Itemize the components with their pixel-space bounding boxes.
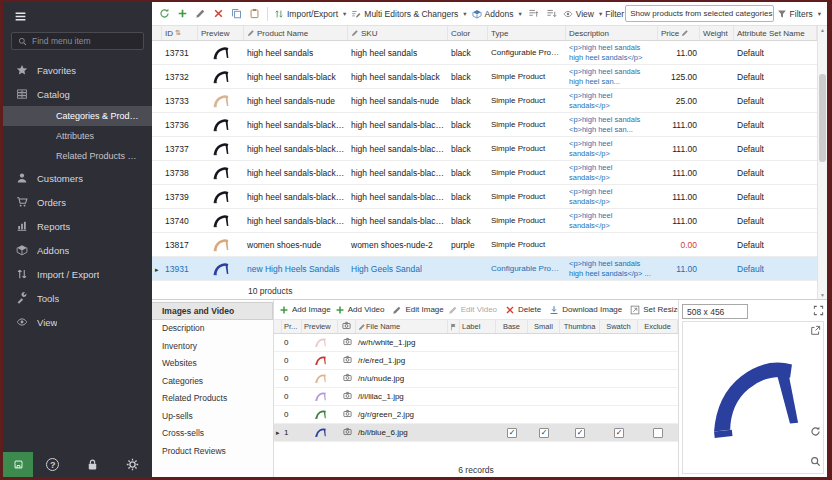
detail-tab-images-and-video[interactable]: Images and Video (152, 302, 273, 320)
import-export-menu[interactable]: Import/Export▾ (272, 5, 348, 23)
sidebar-item-categories-products[interactable]: Categories & Products (3, 106, 152, 126)
product-row[interactable]: ▸ 13736 high heel sandals-black-36 high … (152, 113, 817, 137)
column-header-id[interactable]: ID⇅ (162, 26, 198, 40)
refresh-icon[interactable] (156, 5, 173, 23)
product-row[interactable]: ▸ 13731 high heel sandals high heel sand… (152, 41, 817, 65)
edit-image-button[interactable]: Edit Image (392, 305, 443, 315)
detail-tab-inventory[interactable]: Inventory (152, 337, 273, 355)
column-header-exclude[interactable]: Exclude (638, 320, 678, 333)
edit-video-button[interactable]: Edit Video (448, 305, 497, 315)
detail-tab-cross-sells[interactable]: Cross-sells (152, 425, 273, 443)
scroll-down-icon[interactable]: ▼ (820, 292, 825, 298)
product-row[interactable]: ▸ 13733 high heel sandals-nude high heel… (152, 89, 817, 113)
add-image-button[interactable]: Add Image (279, 305, 331, 315)
column-header-base[interactable]: Base (496, 320, 528, 333)
column-header-small[interactable]: Small (528, 320, 560, 333)
sidebar-item-addons[interactable]: Addons (3, 238, 152, 262)
vertical-scrollbar[interactable]: ▲ ▼ (817, 26, 827, 299)
detail-tab-categories[interactable]: Categories (152, 372, 273, 390)
column-header-swatch[interactable]: Swatch (600, 320, 638, 333)
open-external-icon[interactable] (810, 325, 821, 338)
column-header-type[interactable]: Type (488, 26, 566, 40)
media-row[interactable]: ▸ 0 /n/u/nude.jpg (274, 370, 678, 388)
image-size-input[interactable]: 508 x 456 (682, 304, 748, 319)
column-header-sku[interactable]: SKU (348, 26, 448, 40)
sidebar-item-customers[interactable]: Customers (3, 166, 152, 190)
multi-editors-menu[interactable]: Multi Editors & Changers▾ (349, 5, 468, 23)
edit-product-icon[interactable] (192, 5, 209, 23)
cell-preview (198, 92, 244, 110)
menu-search-input[interactable]: Find menu item (11, 32, 144, 50)
delete-product-icon[interactable] (210, 5, 227, 23)
sidebar-item-attributes[interactable]: Attributes (3, 126, 152, 146)
product-row[interactable]: ▸ 13737 high heel sandals-black-36 high … (152, 137, 817, 161)
sidebar-item-tools[interactable]: Tools (3, 286, 152, 310)
media-row[interactable]: ▸ 0 /g/r/green_2.jpg (274, 406, 678, 424)
media-row[interactable]: ▸ 0 /r/e/red_1.jpg (274, 352, 678, 370)
sidebar-item-view[interactable]: View (3, 310, 152, 334)
product-row[interactable]: ▸ 13817 women shoes-nude women shoes-nud… (152, 233, 817, 257)
addons-menu[interactable]: Addons▾ (470, 5, 524, 23)
column-header-file-name[interactable]: File Name (356, 320, 448, 333)
sidebar-item-favorites[interactable]: Favorites (3, 58, 152, 82)
thumbnail-checkbox-cell[interactable]: ✓ (560, 428, 600, 438)
copy-icon[interactable] (228, 5, 245, 23)
detail-tab-description[interactable]: Description (152, 320, 273, 338)
add-video-button[interactable]: Add Video (335, 305, 385, 315)
expand-rows-icon[interactable] (525, 5, 542, 23)
column-header-preview[interactable]: Preview (198, 26, 244, 40)
zoom-icon[interactable] (810, 456, 821, 469)
detail-tab-up-sells[interactable]: Up-sells (152, 407, 273, 425)
rotate-icon[interactable] (810, 426, 821, 439)
download-image-button[interactable]: Download Image (549, 305, 622, 315)
column-header-flag[interactable] (448, 320, 460, 333)
scroll-up-icon[interactable]: ▲ (820, 27, 825, 33)
filter-select[interactable]: Show products from selected categories ▾ (625, 5, 773, 22)
product-row[interactable]: ▸ 13732 high heel sandals-black high hee… (152, 65, 817, 89)
media-row[interactable]: ▸ 0 /l/i/lilac_1.jpg (274, 388, 678, 406)
base-checkbox-cell[interactable]: ✓ (496, 428, 528, 438)
scrollbar-thumb[interactable] (819, 74, 826, 162)
column-header-thumbnail[interactable]: Thumbna (560, 320, 600, 333)
view-menu[interactable]: View▾ (561, 5, 605, 23)
swatch-checkbox-cell[interactable]: ✓ (600, 428, 638, 438)
column-header-camera[interactable] (338, 320, 356, 333)
menu-toggle-icon[interactable] (14, 10, 27, 23)
column-header-color[interactable]: Color (448, 26, 488, 40)
store-button[interactable] (3, 452, 33, 477)
column-header-price[interactable]: Price (658, 26, 700, 40)
fullscreen-icon[interactable] (813, 305, 824, 318)
column-header-attribute-set[interactable]: Attribute Set Name (734, 26, 817, 40)
product-row[interactable]: ▸ 13739 high heel sandals-black-37 high … (152, 185, 817, 209)
paste-icon[interactable] (246, 5, 263, 23)
filters-menu[interactable]: Filters▾ (775, 5, 823, 23)
help-button[interactable]: ? (46, 458, 60, 472)
column-header-description[interactable]: Description (566, 26, 658, 40)
product-row[interactable]: ▸ 13931 new High Heels Sandals High Geel… (152, 257, 817, 281)
sidebar-item-related-products-generator[interactable]: Related Products Generator (3, 146, 152, 166)
exclude-checkbox-cell[interactable] (638, 428, 678, 438)
lock-icon[interactable] (85, 458, 99, 472)
product-row[interactable]: ▸ 13738 high heel sandals-black-37 high … (152, 161, 817, 185)
detail-tab-product-reviews[interactable]: Product Reviews (152, 442, 273, 460)
column-header-priority[interactable]: Pr... (282, 320, 302, 333)
sidebar-item-orders[interactable]: Orders (3, 190, 152, 214)
product-row[interactable]: ▸ 13740 high heel sandals-black-38 high … (152, 209, 817, 233)
delete-image-button[interactable]: Delete (505, 305, 541, 315)
column-header-weight[interactable]: Weight (700, 26, 734, 40)
column-header-product-name[interactable]: Product Name (244, 26, 348, 40)
set-resize-rule-button[interactable]: Set Resize Rule (630, 305, 678, 315)
collapse-rows-icon[interactable] (543, 5, 560, 23)
detail-tab-related-products[interactable]: Related Products (152, 390, 273, 408)
column-header-preview[interactable]: Preview (302, 320, 338, 333)
sidebar-item-catalog[interactable]: Catalog (3, 82, 152, 106)
media-row[interactable]: ▸ 1 /b/l/blue_6.jpg ✓ ✓ ✓ ✓ (274, 424, 678, 442)
sidebar-item-reports[interactable]: Reports (3, 214, 152, 238)
add-product-icon[interactable] (174, 5, 191, 23)
media-row[interactable]: ▸ 0 /w/h/white_1.jpg (274, 334, 678, 352)
column-header-label[interactable]: Label (460, 320, 496, 333)
settings-icon[interactable] (125, 458, 139, 472)
sidebar-item-import-export[interactable]: Import / Export (3, 262, 152, 286)
detail-tab-websites[interactable]: Websites (152, 355, 273, 373)
small-checkbox-cell[interactable]: ✓ (528, 428, 560, 438)
